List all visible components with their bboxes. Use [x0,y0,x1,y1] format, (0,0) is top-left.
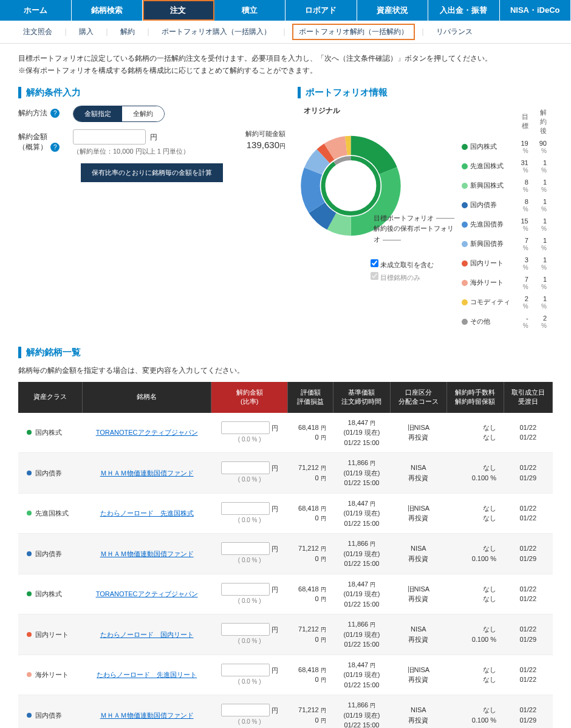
legend-dot-icon [462,319,468,325]
assets-header: 口座区分分配金コース [390,382,446,413]
assets-intro: 銘柄毎の解約金額を指定する場合は、変更内容を入力してください。 [18,366,553,376]
assets-header: 解約金額(比率) [211,382,287,413]
row-amount-input[interactable] [221,664,270,676]
amount-sub-text: （概算） [18,143,47,151]
possible-label: 解約可能金額 [245,129,286,138]
row-amount-input[interactable] [221,542,270,555]
possible-amount: 解約可能金額 139,630円 [245,129,286,151]
legend-row: 新興国債券7 %1 % [457,235,552,253]
table-row: 国内債券 ＭＨＡＭ物価連動国債ファンド 円( 0.0 % ) 71,212 円0… [18,453,553,494]
asset-name-link[interactable]: TORANOTECアクティブジャパン [96,429,198,436]
row-amount-input[interactable] [221,704,270,716]
asset-name-link[interactable]: TORANOTECアクティブジャパン [96,590,198,597]
help-icon[interactable]: ? [50,143,60,152]
row-amount-input[interactable] [221,623,270,636]
subnav-item[interactable]: 購入 [74,24,98,39]
check-target-only-box [371,272,378,280]
amount-label-text: 解約金額 [18,132,47,141]
donut-legend-labels: 目標ポートフォリオ 解約後の保有ポートフォリオ [374,213,456,256]
asset-dot-icon [27,471,32,475]
subnav-item[interactable]: ポートフォリオ解約（一括解約） [293,24,414,39]
assets-header: 解約時手数料解約時留保額 [447,382,504,413]
amount-input[interactable] [73,129,146,145]
row-amount-input[interactable] [221,583,270,596]
assets-header: 基準価額注文締切時間 [333,382,390,413]
assets-header: 取引成立日受渡日 [504,382,553,413]
legend-row: 先進国株式31 %1 % [457,157,552,175]
top-navigation: ホーム銘柄検索注文積立ロボアド資産状況入出金・振替NISA・iDeCo [0,0,571,21]
check-include-pending-box[interactable] [371,259,378,267]
method-label: 解約方法 ? [18,106,67,118]
row-amount-input[interactable] [221,461,270,474]
topnav-item[interactable]: NISA・iDeCo [500,0,572,21]
topnav-item[interactable]: 銘柄検索 [72,0,143,21]
donut-label-target: 目標ポートフォリオ [374,214,434,222]
unit-note: （解約単位：10,000 円以上 1 円単位） [73,147,190,156]
yen-label: 円 [150,133,157,141]
legend-hdr-target: 目標 [516,107,533,137]
section-assets-title: 解約銘柄一覧 [18,347,553,358]
topnav-item[interactable]: ロボアド [286,0,357,21]
legend-row: コモディティ2 %1 % [457,293,552,311]
check-target-only[interactable]: 目標銘柄のみ [371,272,456,282]
table-row: 海外リート たわらノーロード 先進国リート 円( 0.0 % ) 68,418 … [18,655,553,695]
assets-header: 評価額評価損益 [287,382,333,413]
table-row: 国内株式 TORANOTECアクティブジャパン 円( 0.0 % ) 68,41… [18,413,553,453]
asset-name-link[interactable]: ＭＨＡＭ物価連動国債ファンド [100,712,194,719]
asset-name-link[interactable]: ＭＨＡＭ物価連動国債ファンド [100,550,194,557]
legend-row: 先進国債券15 %1 % [457,216,552,234]
row-amount-input[interactable] [221,502,270,515]
asset-name-link[interactable]: ＭＨＡＭ物価連動国債ファンド [100,469,194,477]
calculate-button[interactable]: 保有比率のとおりに銘柄毎の金額を計算 [81,163,223,182]
topnav-item[interactable]: 積立 [214,0,286,21]
legend-dot-icon [462,260,468,267]
asset-dot-icon [27,430,32,435]
svg-point-9 [323,158,378,213]
legend-dot-icon [462,183,468,189]
asset-dot-icon [27,511,32,515]
asset-name-link[interactable]: たわらノーロード 先進国株式 [100,509,194,517]
asset-dot-icon [27,672,32,677]
possible-yen: 円 [279,143,286,149]
topnav-item[interactable]: 資産状況 [357,0,429,21]
row-amount-input[interactable] [221,421,270,434]
assets-table: 資産クラス銘柄名解約金額(比率)評価額評価損益基準価額注文締切時間口座区分分配金… [18,382,553,728]
subnav-item[interactable]: ポートフォリオ購入（一括購入） [157,24,276,39]
toggle-amount[interactable]: 金額指定 [74,106,122,121]
assets-header: 銘柄名 [82,382,211,413]
subnav-item[interactable]: 解約 [115,24,140,39]
topnav-item[interactable]: ホーム [0,0,72,21]
toggle-all[interactable]: 全解約 [122,106,164,121]
legend-dot-icon [462,241,468,247]
asset-name-link[interactable]: たわらノーロード 先進国リート [97,671,197,678]
legend-hdr-after: 解約後 [535,107,552,137]
asset-dot-icon [27,551,32,556]
method-toggle: 金額指定 全解約 [73,106,165,122]
asset-dot-icon [27,632,32,637]
amount-label: 解約金額 （概算） ? [18,129,67,152]
page-intro: 目標ポートフォリオに設定している銘柄の一括解約注文を受付けます。必要項目を入力し… [18,52,553,77]
assets-header: 資産クラス [18,382,82,413]
method-label-text: 解約方法 [18,109,47,117]
section-portfolio-title: ポートフォリオ情報 [298,87,553,98]
intro-line-2: ※保有ポートフォリオを構成する銘柄を構成比に応じてまとめて解約することができます… [18,64,553,77]
table-row: 国内債券 ＭＨＡＭ物価連動国債ファンド 円( 0.0 % ) 71,212 円0… [18,695,553,728]
legend-row: 新興国株式8 %1 % [457,177,552,195]
legend-row: 海外リート7 %1 % [457,274,552,292]
check-include-pending[interactable]: 未成立取引を含む [371,259,456,270]
help-icon[interactable]: ? [50,109,60,118]
legend-row: 国内株式19 %90 % [457,138,552,156]
topnav-item[interactable]: 注文 [143,0,214,21]
asset-name-link[interactable]: たわらノーロード 国内リート [100,631,194,638]
topnav-item[interactable]: 入出金・振替 [428,0,500,21]
possible-value: 139,630 [247,140,279,150]
subnav-item[interactable]: 注文照会 [18,24,57,39]
legend-dot-icon [462,299,468,305]
sub-navigation: 注文照会｜購入｜解約｜ポートフォリオ購入（一括購入）｜ポートフォリオ解約（一括解… [0,21,571,44]
legend-dot-icon [462,163,468,169]
legend-row: 国内債券8 %1 % [457,196,552,214]
subnav-item[interactable]: リバランス [431,24,477,39]
section-conditions-title: 解約条件入力 [18,87,286,98]
intro-line-1: 目標ポートフォリオに設定している銘柄の一括解約注文を受付けます。必要項目を入力し… [18,52,553,64]
legend-dot-icon [462,222,468,228]
